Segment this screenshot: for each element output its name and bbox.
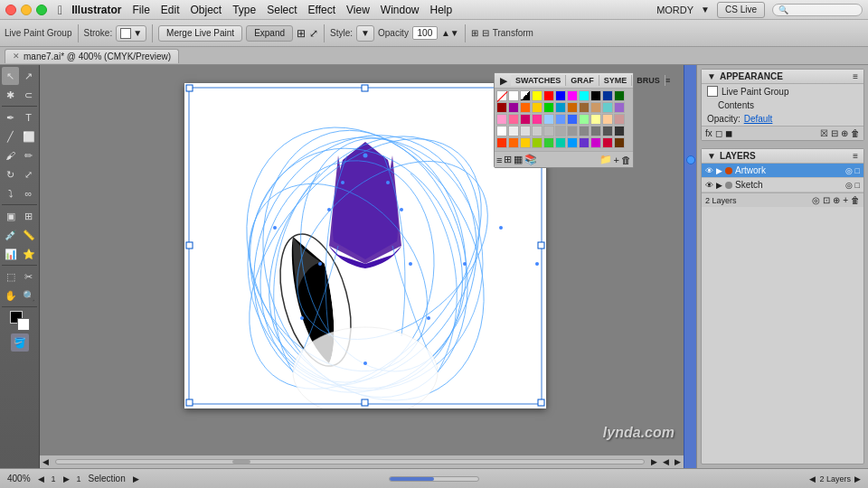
menu-edit[interactable]: Edit [161, 4, 180, 16]
swatch-mint[interactable] [579, 114, 590, 125]
status-next-icon[interactable]: ▶ [854, 474, 861, 483]
hand-tool[interactable]: ✋ [2, 286, 19, 305]
eyedropper-tool[interactable]: 💉 [2, 226, 19, 244]
add-fill-icon[interactable]: ◼ [725, 128, 732, 138]
menu-select[interactable]: Select [267, 4, 297, 16]
swatch-teal[interactable] [555, 102, 566, 113]
layer-select-icon[interactable]: □ [855, 166, 860, 175]
delete-swatch-icon[interactable]: 🗑 [621, 155, 631, 165]
document-tab[interactable]: ✕ mane7.ai* @ 400% (CMYK/Preview) [5, 49, 179, 63]
slice-tool[interactable]: ✂ [20, 267, 37, 286]
panel-menu-icon[interactable]: ≡ [665, 76, 670, 85]
status-arrow-icon[interactable]: ▶ [133, 474, 139, 483]
gradient-tab[interactable]: GRAF [566, 75, 599, 86]
transform-icon[interactable]: ⤢ [309, 27, 318, 40]
swatches-tab[interactable]: SWATCHES [511, 75, 566, 86]
new-color-group-icon[interactable]: 📁 [599, 154, 612, 165]
panel-options-icon[interactable]: ≡ [853, 71, 858, 81]
add-stroke-icon[interactable]: ◻ [715, 128, 722, 138]
scrollbar-thumb[interactable] [232, 460, 250, 464]
swatch-yellow[interactable] [532, 90, 542, 101]
swatch-darkred[interactable] [496, 102, 507, 113]
layer-target-icon[interactable]: ◎ [845, 166, 853, 175]
swatch-cornflower[interactable] [555, 114, 566, 125]
menu-view[interactable]: View [346, 4, 370, 16]
swatch-c5[interactable] [543, 137, 554, 148]
swatch-purple[interactable] [508, 102, 519, 113]
blend-tool[interactable]: ∞ [20, 184, 37, 202]
swatch-mauve[interactable] [614, 114, 625, 125]
zoom-tool[interactable]: 🔍 [20, 286, 37, 305]
swatch-aqua[interactable] [602, 102, 613, 113]
scale-tool[interactable]: ⤢ [20, 165, 37, 183]
layer-select-icon-2[interactable]: □ [855, 181, 860, 190]
pencil-tool[interactable]: ✏ [20, 146, 37, 164]
swatch-tan[interactable] [579, 102, 590, 113]
swatch-black[interactable] [590, 90, 601, 101]
layer-lock-icon[interactable]: ▶ [716, 166, 722, 175]
delete-item-icon[interactable]: 🗑 [851, 128, 860, 138]
swatch-peach[interactable] [602, 114, 613, 125]
swatch-gray8[interactable] [579, 126, 590, 136]
align-icon[interactable]: ⊞ [471, 28, 478, 38]
rotate-tool[interactable]: ↻ [2, 165, 19, 183]
scroll-right-icon[interactable]: ▶ [648, 457, 660, 466]
swatch-c6[interactable] [555, 137, 566, 148]
swatch-gold[interactable] [532, 102, 542, 113]
close-button[interactable] [5, 5, 16, 15]
swatch-c9[interactable] [590, 137, 601, 148]
expand-button[interactable]: Expand [246, 25, 293, 42]
swatch-darkgreen[interactable] [614, 90, 625, 101]
prev-artboard-icon[interactable]: ◀ [38, 474, 44, 483]
opacity-value-ap[interactable]: Default [744, 114, 773, 124]
swatch-brown[interactable] [567, 102, 578, 113]
mesh-tool[interactable]: ⊞ [20, 207, 37, 225]
make-clipping-mask-icon[interactable]: ⊡ [823, 195, 830, 205]
scrollbar-track[interactable] [55, 459, 645, 465]
swatch-gray1[interactable] [496, 126, 507, 136]
layer-row-sketch[interactable]: 👁 ▶ Sketch ◎ □ [702, 178, 863, 192]
cs-live-button[interactable]: CS Live [717, 2, 765, 18]
lasso-tool[interactable]: ⊂ [20, 86, 37, 104]
swatch-c1[interactable] [496, 137, 507, 148]
stroke-dropdown[interactable]: ▼ [116, 25, 146, 42]
layers-panel-menu-icon[interactable]: ≡ [853, 151, 858, 161]
layer-lock-icon-2[interactable]: ▶ [716, 181, 722, 190]
scroll-next-page[interactable]: ▶ [672, 457, 684, 466]
fill-stroke-controls[interactable] [10, 311, 30, 331]
canvas-area[interactable]: ▶ SWATCHES GRAF SYME BRUS ≡ [40, 65, 684, 468]
swatch-gray5[interactable] [543, 126, 554, 136]
delete-layer-icon[interactable]: 🗑 [851, 195, 860, 205]
rect-tool[interactable]: ⬜ [20, 127, 37, 145]
panel-collapse-icon[interactable]: ▶ [500, 76, 507, 86]
swatch-cerise[interactable] [520, 114, 531, 125]
scroll-prev-page[interactable]: ◀ [660, 457, 672, 466]
style-dropdown[interactable]: ▼ [356, 25, 374, 42]
swatch-list-view-icon[interactable]: ≡ [496, 155, 502, 165]
swatch-gray9[interactable] [590, 126, 601, 136]
search-input[interactable]: 🔍 [772, 4, 863, 16]
line-tool[interactable]: ╱ [2, 127, 19, 145]
swatch-c4[interactable] [532, 137, 542, 148]
swatch-c10[interactable] [602, 137, 613, 148]
reduce-appearance-icon[interactable]: ⊟ [831, 128, 838, 138]
new-sublayer-icon[interactable]: ⊕ [833, 195, 840, 205]
menu-effect[interactable]: Effect [308, 4, 335, 16]
swatch-gray6[interactable] [555, 126, 566, 136]
warp-tool[interactable]: ⤵ [2, 184, 19, 202]
artboard-input[interactable]: 1 [52, 474, 56, 483]
swatch-gray3[interactable] [520, 126, 531, 136]
new-swatch-icon[interactable]: + [614, 155, 619, 165]
swatch-lightblue[interactable] [543, 114, 554, 125]
add-fx-icon[interactable]: fx [705, 128, 712, 138]
layer-visibility-icon[interactable]: 👁 [705, 166, 713, 175]
swatch-navy[interactable] [602, 90, 613, 101]
magic-wand-tool[interactable]: ✱ [2, 86, 19, 104]
swatch-sand[interactable] [590, 102, 601, 113]
swatch-c2[interactable] [508, 137, 519, 148]
swatch-white[interactable] [508, 90, 519, 101]
tab-close-button[interactable]: ✕ [13, 52, 20, 61]
minimize-button[interactable] [21, 5, 32, 15]
live-paint-bucket[interactable]: 🪣 [11, 333, 29, 352]
swatch-green[interactable] [543, 102, 554, 113]
